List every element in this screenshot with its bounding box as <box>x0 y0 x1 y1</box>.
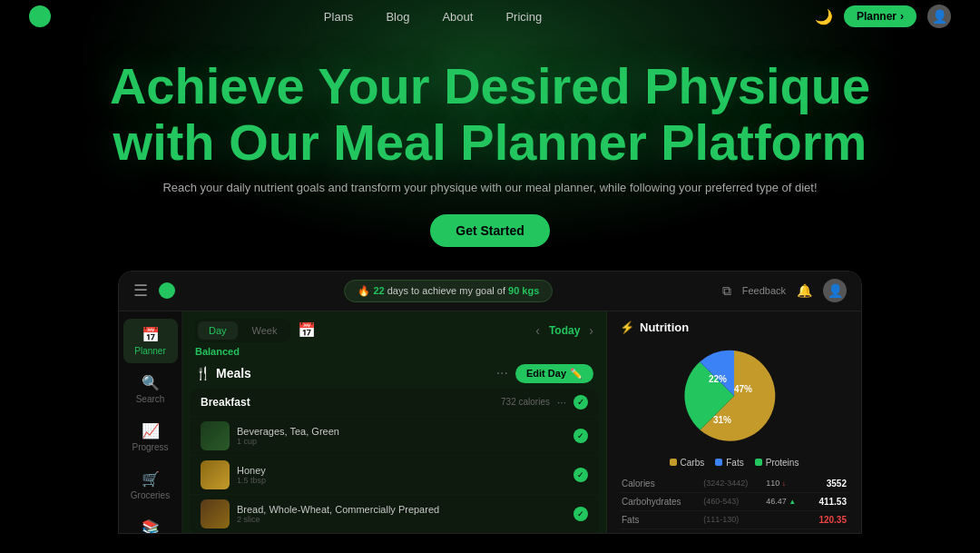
sidebar-item-planner[interactable]: 📅 Planner <box>123 319 178 363</box>
calories-arrow: ↓ <box>782 479 786 488</box>
hero-subtext: Reach your daily nutrient goals and tran… <box>18 179 962 198</box>
nav-item-plans[interactable]: Plans <box>324 8 354 25</box>
carbs-range: (460-543) <box>701 492 764 510</box>
carbs-indicator: 46.47 ▲ <box>764 492 808 510</box>
logo[interactable] <box>29 5 51 27</box>
calories-label: Calories <box>620 475 701 493</box>
fats-label: Fats <box>620 510 701 528</box>
food-check-2: ✓ <box>573 507 588 521</box>
food-info-0: Beverages, Tea, Green 1 cup <box>237 426 566 446</box>
food-item-2: Bread, Whole-Wheat, Commercially Prepare… <box>190 494 599 533</box>
legend-proteins: Proteins <box>755 458 799 468</box>
sidebar-label-groceries: Groceries <box>131 490 170 500</box>
days-count: 22 <box>373 285 384 296</box>
nutrition-title: ⚡ Nutrition <box>620 321 848 334</box>
food-check-0: ✓ <box>573 429 588 443</box>
meals-title: 🍴 Meals <box>195 366 251 380</box>
breakfast-meta: 732 calories ··· ✓ <box>501 395 588 410</box>
nav-item-pricing[interactable]: Pricing <box>505 8 542 25</box>
proteins-dot <box>755 459 762 466</box>
nav-links: Plans Blog About Pricing <box>324 8 542 25</box>
fork-icon: 🍴 <box>195 366 211 380</box>
edit-day-button[interactable]: Edit Day ✏️ <box>515 364 593 383</box>
week-tab[interactable]: Week <box>241 321 289 340</box>
goal-banner: 🔥 22 days to achieve my goal of 90 kgs <box>344 280 553 302</box>
sidebar-item-library[interactable]: 📚 Library <box>123 511 178 534</box>
carbs-dot <box>670 459 677 466</box>
food-info-2: Bread, Whole-Wheat, Commercially Prepare… <box>237 504 566 524</box>
copy-icon[interactable]: ⧉ <box>722 283 731 299</box>
food-thumbnail-2 <box>201 499 230 528</box>
hero-section: Achieve Your Desired Physique with Our M… <box>0 33 980 262</box>
topbar-left: ☰ <box>133 281 175 301</box>
moon-icon[interactable]: 🌙 <box>815 8 833 25</box>
library-icon: 📚 <box>142 518 160 534</box>
app-window: ☰ 🔥 22 days to achieve my goal of 90 kgs… <box>118 271 862 534</box>
food-check-1: ✓ <box>573 468 588 482</box>
search-icon: 🔍 <box>142 374 160 391</box>
feedback-button[interactable]: Feedback <box>742 285 786 296</box>
hamburger-icon[interactable]: ☰ <box>133 281 148 301</box>
sidebar-label-search: Search <box>136 394 165 404</box>
day-tab[interactable]: Day <box>198 321 238 340</box>
navigation: Plans Blog About Pricing 🌙 Planner › 👤 <box>0 0 980 33</box>
food-thumbnail-1 <box>201 460 230 489</box>
fats-value: 120.35 <box>808 510 848 528</box>
app-body: 📅 Planner 🔍 Search 📈 Progress 🛒 Grocerie… <box>119 311 861 534</box>
food-name-1: Honey <box>237 465 566 476</box>
today-label: Today <box>549 324 580 337</box>
more-options-button[interactable]: ··· <box>496 365 508 381</box>
meals-actions: ··· Edit Day ✏️ <box>496 364 593 383</box>
meals-header: 🍴 Meals ··· Edit Day ✏️ <box>182 362 606 389</box>
table-row-fats: Fats (111-130) 120.35 <box>620 510 848 528</box>
legend-carbs: Carbs <box>670 458 705 468</box>
food-item-3: Egg, Whole, Raw, Fresh 3 large ✓ <box>190 533 599 534</box>
food-item-1: Honey 1.5 tbsp ✓ <box>190 455 599 494</box>
day-week-tabs: Day Week <box>195 319 290 342</box>
bell-icon[interactable]: 🔔 <box>797 283 812 298</box>
food-thumbnail-0 <box>201 421 230 450</box>
table-row-carbs: Carbohydrates (460-543) 46.47 ▲ 411.53 <box>620 492 848 510</box>
breakfast-header: Breakfast 732 calories ··· ✓ <box>190 389 599 416</box>
breakfast-check: ✓ <box>573 395 588 410</box>
app-logo <box>159 282 175 299</box>
planner-icon: 📅 <box>142 326 160 343</box>
nav-right: 🌙 Planner › 👤 <box>815 5 951 28</box>
sidebar-item-search[interactable]: 🔍 Search <box>123 367 178 411</box>
nav-item-about[interactable]: About <box>442 8 473 25</box>
fats-range: (111-130) <box>701 510 764 528</box>
food-info-1: Honey 1.5 tbsp <box>237 465 566 485</box>
food-serving-2: 2 slice <box>237 515 566 524</box>
meals-nav: Day Week 📅 ‹ Today › <box>182 311 606 346</box>
prev-day-button[interactable]: ‹ <box>535 323 540 338</box>
sidebar-item-progress[interactable]: 📈 Progress <box>123 415 178 459</box>
legend-fats: Fats <box>715 458 743 468</box>
goal-weight: 90 kgs <box>508 285 539 296</box>
nav-item-blog[interactable]: Blog <box>386 8 409 25</box>
calories-value: 3552 <box>808 475 848 493</box>
breakfast-calories: 732 calories <box>501 397 550 407</box>
svg-text:22%: 22% <box>709 374 727 384</box>
calendar-button[interactable]: 📅 <box>298 321 316 339</box>
planner-button[interactable]: Planner › <box>844 5 916 27</box>
sidebar-label-planner: Planner <box>134 346 165 356</box>
fire-icon: 🔥 <box>358 285 370 296</box>
breakfast-section: Breakfast 732 calories ··· ✓ Beverages, … <box>190 389 599 534</box>
nutrition-table: Calories (3242-3442) 110 ↓ 3552 Carbohyd… <box>620 475 848 529</box>
groceries-icon: 🛒 <box>142 470 160 488</box>
sidebar-item-groceries[interactable]: 🛒 Groceries <box>123 463 178 508</box>
next-day-button[interactable]: › <box>589 323 593 338</box>
table-row-calories: Calories (3242-3442) 110 ↓ 3552 <box>620 475 848 493</box>
fats-dot <box>715 459 722 466</box>
carbs-label: Carbohydrates <box>620 492 701 510</box>
nutrition-icon: ⚡ <box>620 321 634 334</box>
avatar[interactable]: 👤 <box>927 5 951 28</box>
nutrition-panel: ⚡ Nutrition 47% <box>607 311 861 534</box>
calories-indicator: 110 ↓ <box>764 475 808 493</box>
get-started-button[interactable]: Get Started <box>430 214 549 247</box>
food-serving-0: 1 cup <box>237 437 566 446</box>
user-avatar[interactable]: 👤 <box>823 279 847 302</box>
pie-chart: 47% 31% 22% <box>675 341 793 450</box>
food-item-0: Beverages, Tea, Green 1 cup ✓ <box>190 416 599 455</box>
breakfast-more-button[interactable]: ··· <box>557 396 566 409</box>
